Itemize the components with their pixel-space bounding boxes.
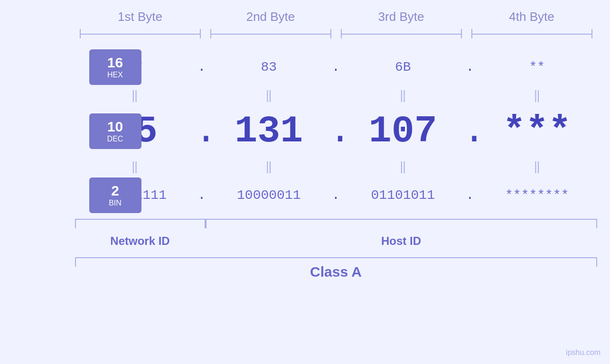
watermark: ipshu.com bbox=[566, 348, 601, 357]
byte4-label: 4th Byte bbox=[467, 9, 597, 24]
class-row: Class A bbox=[75, 257, 597, 280]
byte3-label: 3rd Byte bbox=[336, 9, 467, 24]
bottom-section: Network ID Host ID bbox=[75, 219, 597, 248]
hex-val2: 83 bbox=[209, 60, 329, 75]
main-container: 1st Byte 2nd Byte 3rd Byte 4th Byte 16 H… bbox=[0, 0, 610, 364]
host-id-label: Host ID bbox=[206, 234, 597, 248]
dec-dot3: . bbox=[463, 110, 477, 153]
network-id-label: Network ID bbox=[75, 234, 206, 248]
hex-dot1: . bbox=[195, 60, 209, 75]
dec-dot2: . bbox=[329, 110, 343, 153]
bin-dot2: . bbox=[329, 188, 343, 203]
hex-dot2: . bbox=[329, 60, 343, 75]
bin-val4: ******** bbox=[477, 188, 597, 203]
dec-val2: 131 bbox=[209, 110, 329, 153]
dec-row: 10 DEC 15 . 131 . 107 . *** bbox=[75, 105, 597, 157]
class-label: Class A bbox=[75, 264, 597, 280]
bracket1 bbox=[80, 29, 201, 38]
bin-base-label: 2 BIN bbox=[89, 177, 141, 213]
top-brackets bbox=[75, 29, 597, 38]
byte1-label: 1st Byte bbox=[75, 9, 206, 24]
bracket3 bbox=[341, 29, 462, 38]
eq2-3: ‖ bbox=[343, 160, 463, 174]
equals-row1: ‖ ‖ ‖ ‖ bbox=[75, 86, 597, 105]
class-bracket bbox=[75, 257, 597, 258]
byte-headers: 1st Byte 2nd Byte 3rd Byte 4th Byte bbox=[75, 9, 597, 24]
bin-dot1: . bbox=[195, 188, 209, 203]
bottom-labels: Network ID Host ID bbox=[75, 234, 597, 248]
host-bracket bbox=[206, 219, 597, 220]
content-area: 16 HEX 0F . 83 . 6B . ** ‖ ‖ ‖ ‖ 10 DEC bbox=[75, 48, 597, 214]
dec-val3: 107 bbox=[343, 110, 463, 153]
eq2-4: ‖ bbox=[477, 160, 597, 174]
dec-dot1: . bbox=[195, 110, 209, 153]
bin-val3: 01101011 bbox=[343, 188, 463, 203]
bracket2 bbox=[210, 29, 331, 38]
network-bracket bbox=[75, 219, 206, 220]
bin-dot3: . bbox=[463, 188, 477, 203]
bin-row: 2 BIN 00001111 . 10000011 . 01101011 . *… bbox=[75, 176, 597, 214]
hex-base-label: 16 HEX bbox=[89, 49, 141, 85]
bracket4 bbox=[471, 29, 592, 38]
dec-val4: *** bbox=[477, 110, 597, 153]
hex-dot3: . bbox=[463, 60, 477, 75]
eq1-1: ‖ bbox=[75, 89, 195, 103]
hex-val3: 6B bbox=[343, 60, 463, 75]
bin-val2: 10000011 bbox=[209, 188, 329, 203]
equals-row2: ‖ ‖ ‖ ‖ bbox=[75, 157, 597, 176]
hex-val4: ** bbox=[477, 60, 597, 75]
eq2-2: ‖ bbox=[209, 160, 329, 174]
byte2-label: 2nd Byte bbox=[206, 9, 336, 24]
eq1-3: ‖ bbox=[343, 89, 463, 103]
hex-row: 16 HEX 0F . 83 . 6B . ** bbox=[75, 48, 597, 86]
bottom-brackets bbox=[75, 219, 597, 231]
dec-base-label: 10 DEC bbox=[89, 113, 141, 149]
eq2-1: ‖ bbox=[75, 160, 195, 174]
eq1-2: ‖ bbox=[209, 89, 329, 103]
eq1-4: ‖ bbox=[477, 89, 597, 103]
